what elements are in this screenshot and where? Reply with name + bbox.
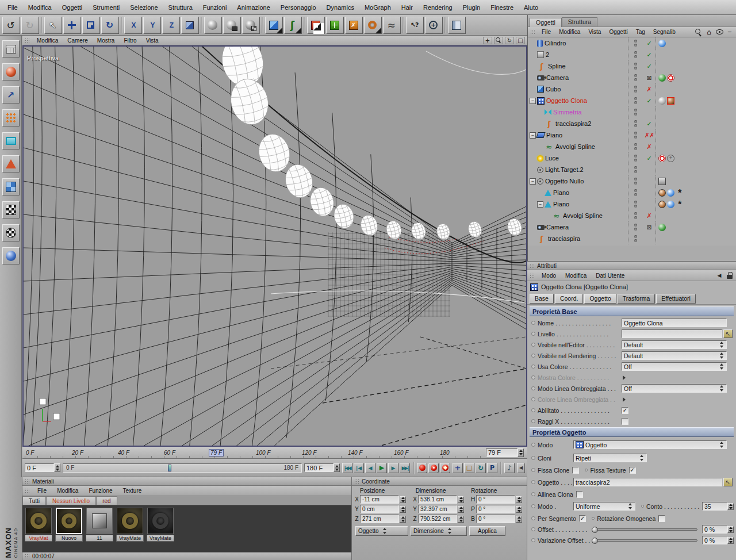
keyframe-dot[interactable]: [641, 505, 644, 508]
object-tree-row[interactable]: Cilindro: [528, 37, 736, 49]
enable-state[interactable]: [643, 118, 656, 129]
mograph-fracture-button[interactable]: [345, 17, 363, 34]
object-tree-row[interactable]: tracciaspira: [528, 233, 736, 244]
object-tree-row[interactable]: Luce: [528, 152, 736, 164]
tag-icon[interactable]: [658, 74, 666, 82]
object-axis-mode-button[interactable]: [2, 86, 20, 103]
enable-state[interactable]: [643, 37, 656, 49]
allinea-clona-checkbox[interactable]: [576, 491, 583, 498]
object-tree-row[interactable]: Piano: [528, 129, 736, 141]
viewport-menu-item[interactable]: Camere: [63, 37, 93, 44]
enable-state[interactable]: [643, 129, 656, 141]
enable-state[interactable]: [643, 175, 656, 187]
key-parameter-button[interactable]: P: [487, 463, 497, 473]
variazione-offset-slider[interactable]: [592, 539, 697, 542]
Nuovo[interactable]: Nuovo: [55, 508, 83, 550]
tag-icon[interactable]: [658, 97, 666, 105]
enable-state[interactable]: [643, 164, 656, 175]
slider-knob[interactable]: [592, 538, 598, 544]
menu-item[interactable]: Funzioni: [198, 1, 232, 14]
viewport-orbit-button[interactable]: [505, 37, 514, 44]
viewport-menu-item[interactable]: Modifica: [32, 37, 63, 44]
expand-toggle[interactable]: [530, 155, 536, 162]
object-menu-item[interactable]: Oggetti: [605, 29, 631, 35]
expand-triangle-icon[interactable]: [623, 397, 626, 402]
expand-toggle[interactable]: [537, 121, 543, 127]
tag-icon[interactable]: [658, 189, 666, 197]
position-field[interactable]: -11 cm: [360, 495, 399, 504]
dimension-field[interactable]: 790.522 cm: [418, 515, 457, 523]
object-tree-row[interactable]: Simmetria: [528, 106, 736, 118]
expand-toggle[interactable]: [530, 86, 536, 93]
keyframe-dot[interactable]: [585, 469, 588, 471]
object-tree-row[interactable]: Camera: [528, 72, 736, 83]
object-label[interactable]: Oggetto Nullo: [545, 178, 628, 185]
object-tree-row[interactable]: Oggetto Nullo: [528, 175, 736, 187]
attributes-menu-item[interactable]: Modifica: [561, 273, 591, 279]
position-spinner[interactable]: [400, 496, 406, 503]
visibility-dots[interactable]: [628, 198, 643, 210]
oggetto-link-field[interactable]: tracciaspira2: [573, 478, 722, 486]
make-editable-button[interactable]: [2, 40, 20, 57]
material-thumbnail[interactable]: [56, 508, 82, 534]
animation-mode-button[interactable]: [2, 178, 20, 195]
menu-item[interactable]: MoGraph: [359, 1, 396, 14]
object-menu-item[interactable]: Tag: [632, 29, 649, 35]
tag-icon[interactable]: [667, 155, 674, 162]
workplane-mode-button[interactable]: [2, 247, 20, 264]
enable-state[interactable]: [643, 72, 656, 83]
11[interactable]: 11: [85, 508, 114, 550]
object-label[interactable]: Piano: [553, 201, 628, 208]
per-segmento-checkbox[interactable]: [579, 515, 586, 522]
key-position-button[interactable]: [453, 463, 463, 473]
enable-state[interactable]: [643, 233, 656, 244]
key-rotation-button[interactable]: [476, 463, 486, 473]
enable-state[interactable]: [643, 221, 656, 233]
timeline-ruler[interactable]: 0 F20 F40 F60 F79 F100 F120 F140 F160 F1…: [22, 447, 527, 459]
menu-item[interactable]: Personaggio: [275, 1, 321, 14]
rotation-field[interactable]: 0 °: [476, 515, 515, 523]
dimension-spinner[interactable]: [458, 496, 464, 503]
dimension-field[interactable]: 32.397 cm: [418, 505, 457, 513]
offset-field[interactable]: 0 %: [702, 525, 727, 534]
visible-render-select[interactable]: Default: [622, 351, 727, 360]
object-label[interactable]: Cubo: [546, 86, 628, 93]
visibility-dots[interactable]: [628, 60, 643, 72]
rotation-spinner[interactable]: [516, 506, 522, 513]
fissa-texture-checkbox[interactable]: [629, 467, 636, 474]
section-header-object[interactable]: Proprietà Oggetto: [530, 427, 734, 437]
tag-icon[interactable]: [658, 224, 666, 231]
viewport-menu-item[interactable]: Vista: [141, 37, 163, 44]
expand-toggle[interactable]: [530, 167, 536, 173]
polygon-mode-button[interactable]: [2, 155, 20, 172]
visibility-dots[interactable]: [628, 72, 643, 83]
enable-state[interactable]: [643, 198, 656, 210]
variazione-offset-spinner[interactable]: [727, 537, 734, 544]
collapse-icon[interactable]: [726, 28, 734, 36]
expand-toggle[interactable]: [537, 190, 543, 196]
timeline-ticks[interactable]: 0 F20 F40 F60 F79 F100 F120 F140 F160 F1…: [25, 447, 482, 458]
range-end-field[interactable]: 180 F: [304, 463, 340, 472]
layer-tab[interactable]: Tutti: [22, 496, 46, 505]
variazione-offset-field[interactable]: 0 %: [702, 536, 727, 544]
object-tree-row[interactable]: 2: [528, 49, 736, 60]
menu-item[interactable]: File: [2, 1, 23, 14]
raggi-x-checkbox[interactable]: [622, 418, 628, 425]
lock-z-axis-button[interactable]: Z: [162, 17, 180, 34]
viewport-zoom-button[interactable]: [494, 37, 503, 44]
menu-item[interactable]: Rendering: [418, 1, 458, 14]
rotation-field[interactable]: 0 °: [476, 505, 515, 513]
enable-state[interactable]: [643, 210, 656, 221]
oggetto-picker-button[interactable]: [723, 478, 733, 486]
visibility-dots[interactable]: [628, 175, 643, 187]
prev-key-button[interactable]: [354, 463, 364, 473]
object-label[interactable]: 2: [546, 51, 628, 58]
enable-state[interactable]: [643, 60, 656, 72]
render-view-button[interactable]: [204, 17, 222, 34]
expand-toggle[interactable]: [537, 201, 543, 208]
render-picture-viewer-button[interactable]: [223, 17, 241, 34]
tag-icon[interactable]: [667, 97, 674, 105]
materials-menu-item[interactable]: File: [32, 488, 52, 494]
object-tree-row[interactable]: Avvolgi Spline: [528, 141, 736, 152]
history-back-icon[interactable]: [715, 272, 723, 279]
